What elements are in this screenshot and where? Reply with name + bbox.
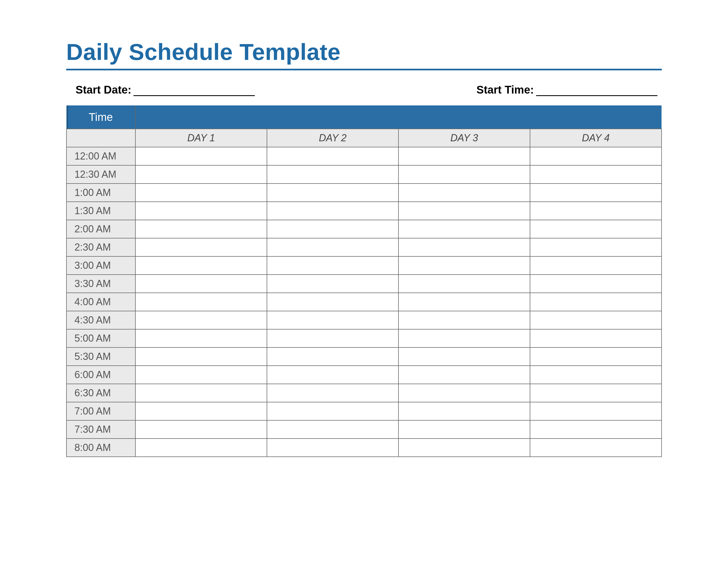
start-time-group: Start Time:: [477, 84, 657, 96]
schedule-cell[interactable]: [398, 202, 530, 220]
schedule-cell[interactable]: [267, 439, 398, 457]
day-header-blank: [66, 129, 135, 147]
schedule-cell[interactable]: [530, 329, 662, 348]
table-row: 4:00 AM: [66, 293, 662, 311]
schedule-cell[interactable]: [398, 220, 530, 238]
schedule-cell[interactable]: [135, 420, 267, 439]
schedule-cell[interactable]: [135, 220, 267, 238]
start-time-label: Start Time:: [477, 84, 534, 96]
schedule-cell[interactable]: [530, 274, 662, 293]
schedule-cell[interactable]: [267, 402, 398, 420]
time-cell: 7:00 AM: [66, 402, 135, 420]
schedule-cell[interactable]: [530, 402, 662, 420]
schedule-cell[interactable]: [267, 348, 398, 366]
schedule-cell[interactable]: [530, 348, 662, 366]
schedule-cell[interactable]: [135, 439, 267, 457]
schedule-cell[interactable]: [267, 274, 398, 293]
schedule-cell[interactable]: [398, 329, 530, 348]
schedule-cell[interactable]: [267, 220, 398, 238]
schedule-cell[interactable]: [398, 183, 530, 202]
table-row: 3:00 AM: [66, 256, 662, 274]
schedule-cell[interactable]: [530, 439, 662, 457]
schedule-cell[interactable]: [267, 293, 398, 311]
table-row: 6:00 AM: [66, 366, 662, 384]
schedule-cell[interactable]: [135, 238, 267, 256]
schedule-cell[interactable]: [398, 165, 530, 183]
table-row: 3:30 AM: [66, 274, 662, 293]
schedule-cell[interactable]: [398, 311, 530, 329]
schedule-cell[interactable]: [398, 384, 530, 402]
schedule-cell[interactable]: [530, 293, 662, 311]
schedule-cell[interactable]: [530, 420, 662, 439]
schedule-cell[interactable]: [135, 402, 267, 420]
schedule-cell[interactable]: [267, 202, 398, 220]
day-header-row: DAY 1DAY 2DAY 3DAY 4: [66, 129, 662, 147]
schedule-cell[interactable]: [530, 384, 662, 402]
day-header: DAY 2: [267, 129, 398, 147]
table-row: 7:30 AM: [66, 420, 662, 439]
schedule-cell[interactable]: [267, 238, 398, 256]
schedule-cell[interactable]: [135, 147, 267, 165]
schedule-cell[interactable]: [135, 202, 267, 220]
page-title: Daily Schedule Template: [66, 39, 662, 65]
table-row: 4:30 AM: [66, 311, 662, 329]
schedule-cell[interactable]: [530, 165, 662, 183]
start-date-field[interactable]: [133, 85, 255, 96]
schedule-cell[interactable]: [267, 384, 398, 402]
schedule-cell[interactable]: [135, 366, 267, 384]
schedule-cell[interactable]: [135, 183, 267, 202]
schedule-cell[interactable]: [530, 202, 662, 220]
schedule-cell[interactable]: [530, 220, 662, 238]
schedule-cell[interactable]: [135, 165, 267, 183]
schedule-cell[interactable]: [135, 293, 267, 311]
table-row: 2:30 AM: [66, 238, 662, 256]
schedule-cell[interactable]: [398, 402, 530, 420]
days-span-header: [135, 105, 662, 129]
start-time-field[interactable]: [536, 85, 657, 96]
time-cell: 1:30 AM: [66, 202, 135, 220]
title-underline: [66, 69, 662, 70]
time-cell: 6:00 AM: [66, 366, 135, 384]
time-cell: 12:00 AM: [66, 147, 135, 165]
schedule-cell[interactable]: [267, 147, 398, 165]
schedule-cell[interactable]: [530, 183, 662, 202]
time-cell: 3:30 AM: [66, 274, 135, 293]
schedule-cell[interactable]: [398, 147, 530, 165]
schedule-cell[interactable]: [398, 274, 530, 293]
schedule-cell[interactable]: [398, 256, 530, 274]
schedule-cell[interactable]: [530, 238, 662, 256]
schedule-cell[interactable]: [135, 329, 267, 348]
schedule-table: Time DAY 1DAY 2DAY 3DAY 4 12:00 AM12:30 …: [66, 105, 662, 457]
schedule-cell[interactable]: [530, 147, 662, 165]
schedule-cell[interactable]: [135, 274, 267, 293]
schedule-cell[interactable]: [267, 329, 398, 348]
schedule-cell[interactable]: [398, 348, 530, 366]
time-cell: 3:00 AM: [66, 256, 135, 274]
schedule-cell[interactable]: [135, 384, 267, 402]
schedule-cell[interactable]: [135, 311, 267, 329]
time-cell: 5:00 AM: [66, 329, 135, 348]
schedule-cell[interactable]: [135, 348, 267, 366]
schedule-cell[interactable]: [398, 238, 530, 256]
schedule-cell[interactable]: [267, 165, 398, 183]
schedule-cell[interactable]: [398, 366, 530, 384]
schedule-cell[interactable]: [267, 256, 398, 274]
schedule-cell[interactable]: [267, 311, 398, 329]
schedule-cell[interactable]: [267, 183, 398, 202]
schedule-cell[interactable]: [398, 293, 530, 311]
schedule-cell[interactable]: [267, 366, 398, 384]
time-column-header: Time: [66, 105, 135, 129]
day-header: DAY 1: [135, 129, 267, 147]
schedule-cell[interactable]: [530, 366, 662, 384]
schedule-cell[interactable]: [398, 420, 530, 439]
start-date-label: Start Date:: [76, 84, 131, 96]
time-cell: 12:30 AM: [66, 165, 135, 183]
table-row: 12:00 AM: [66, 147, 662, 165]
schedule-cell[interactable]: [530, 256, 662, 274]
table-row: 8:00 AM: [66, 439, 662, 457]
schedule-cell[interactable]: [398, 439, 530, 457]
table-row: 7:00 AM: [66, 402, 662, 420]
schedule-cell[interactable]: [530, 311, 662, 329]
schedule-cell[interactable]: [267, 420, 398, 439]
schedule-cell[interactable]: [135, 256, 267, 274]
